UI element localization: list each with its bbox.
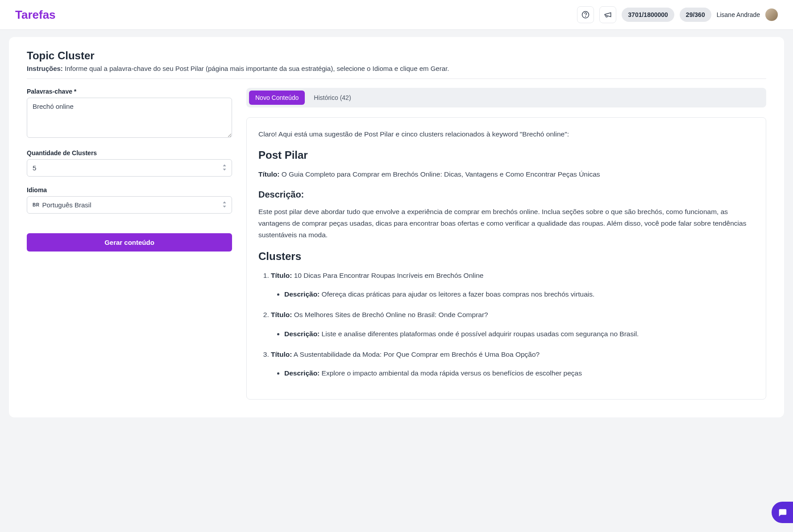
cluster-description: Liste e analise diferentes plataformas o… [322,330,639,338]
cluster-description: Explore o impacto ambiental da moda rápi… [322,369,582,377]
quota-counter[interactable]: 29/360 [680,8,711,22]
output-column: Novo Conteúdo Histórico (42) Claro! Aqui… [246,88,766,400]
language-value: Português Brasil [42,201,91,209]
instructions: Instruções: Informe qual a palavra-chave… [27,65,766,79]
post-pilar-title-line: Título: O Guia Completo para Comprar em … [258,169,754,180]
output-intro: Claro! Aqui está uma sugestão de Post Pi… [258,128,754,140]
descricao-label: Descrição: [284,290,320,298]
header-actions: 3701/1800000 29/360 Lisane Andrade [577,6,778,23]
cluster-title: 10 Dicas Para Encontrar Roupas Incríveis… [294,272,484,279]
descricao-label: Descrição: [284,369,320,377]
titulo-label: Título: [271,272,292,279]
help-button[interactable] [577,6,594,23]
clusters-heading: Clusters [258,250,754,263]
descricao-label: Descrição: [284,330,320,338]
cluster-title: Os Melhores Sites de Brechó Online no Br… [294,311,488,318]
user-name: Lisane Andrade [717,11,760,18]
tabs-bar: Novo Conteúdo Histórico (42) [246,88,766,107]
language-label: Idioma [27,186,232,194]
titulo-label: Título: [271,311,292,318]
cluster-title: A Sustentabilidade da Moda: Por Que Comp… [294,351,540,358]
cluster-description: Ofereça dicas práticas para ajudar os le… [322,290,595,298]
keywords-input[interactable] [27,98,232,138]
announcements-button[interactable] [599,6,616,23]
app-header: Tarefas 3701/1800000 29/360 Lisane Andra… [0,0,793,30]
cluster-description-item: Descrição: Liste e analise diferentes pl… [284,328,754,340]
clusters-count-select[interactable]: 5 [27,159,232,177]
clusters-count-label: Quantidade de Clusters [27,149,232,157]
credits-counter[interactable]: 3701/1800000 [622,8,674,22]
post-pilar-title-text: O Guia Completo para Comprar em Brechós … [282,170,600,178]
tab-new-content[interactable]: Novo Conteúdo [249,91,305,105]
cluster-description-item: Descrição: Explore o impacto ambiental d… [284,367,754,379]
tab-history[interactable]: Histórico (42) [307,91,357,105]
instructions-text: Informe qual a palavra-chave do seu Post… [65,65,449,72]
main-card: Topic Cluster Instruções: Informe qual a… [9,37,784,417]
form-panel: Palavras-chave * Quantidade de Clusters … [27,88,232,252]
language-select[interactable]: BR Português Brasil [27,196,232,214]
svg-point-1 [585,16,586,16]
keywords-label: Palavras-chave * [27,88,232,95]
language-flag-badge: BR [33,202,39,207]
cluster-item: Título: Os Melhores Sites de Brechó Onli… [271,309,754,340]
cluster-description-item: Descrição: Ofereça dicas práticas para a… [284,289,754,300]
app-logo: Tarefas [15,8,56,22]
titulo-label: Título: [271,351,292,358]
page-title: Topic Cluster [27,49,766,62]
instructions-label: Instruções: [27,65,63,72]
clusters-list: Título: 10 Dicas Para Encontrar Roupas I… [258,270,754,379]
help-icon [581,11,590,19]
post-pilar-description: Este post pilar deve abordar tudo que en… [258,206,754,241]
cluster-item: Título: A Sustentabilidade da Moda: Por … [271,349,754,379]
megaphone-icon [604,11,612,19]
post-pilar-heading: Post Pilar [258,149,754,161]
titulo-label: Título: [258,170,279,178]
descricao-heading: Descrição: [258,190,754,200]
cluster-item: Título: 10 Dicas Para Encontrar Roupas I… [271,270,754,301]
clusters-count-value: 5 [33,164,36,172]
generate-button[interactable]: Gerar conteúdo [27,233,232,252]
user-avatar[interactable] [765,8,778,21]
output-panel: Claro! Aqui está uma sugestão de Post Pi… [246,117,766,400]
